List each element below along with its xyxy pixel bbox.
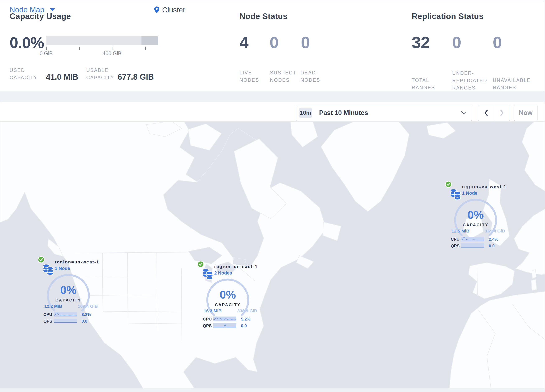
- under-replicated-ranges-label: UNDER-REPLICATED RANGES: [452, 70, 487, 92]
- region-node-count[interactable]: 2 Nodes: [214, 270, 258, 276]
- used-capacity-value: 41.0 MiB: [46, 73, 78, 81]
- qps-value: 0.0: [241, 324, 247, 328]
- view-selector-node-map[interactable]: Node Map: [10, 0, 55, 19]
- capacity-bar: [46, 36, 158, 45]
- capacity-percent: 0%: [205, 288, 251, 301]
- dead-nodes-label: DEAD NODES: [301, 69, 326, 84]
- suspect-nodes-label: SUSPECT NODES: [270, 69, 297, 84]
- region-marker-us-west-1[interactable]: region=us-west-1 1 Node 0% CAPACITY 12.2…: [38, 256, 100, 325]
- under-replicated-ranges-count: 0: [452, 34, 461, 51]
- region-node-count[interactable]: 1 Node: [55, 266, 99, 271]
- world-map[interactable]: [0, 122, 545, 388]
- time-range-label: Past 10 Minutes: [319, 109, 368, 117]
- qps-label: QPS: [199, 324, 212, 328]
- qps-value: 0.0: [489, 243, 495, 248]
- qps-label: QPS: [446, 243, 459, 248]
- suspect-nodes-count: 0: [270, 34, 279, 51]
- capacity-label: CAPACITY: [453, 223, 499, 227]
- qps-row: QPS 0.0: [446, 243, 507, 249]
- replication-status-title: Replication Status: [412, 12, 483, 21]
- cpu-sparkline: [461, 237, 484, 242]
- healthy-check-icon: [38, 256, 45, 263]
- capacity-axis-tick: [112, 47, 112, 50]
- unavailable-ranges-label: UNAVAILABLE RANGES: [493, 77, 531, 91]
- capacity-axis-tick: [145, 47, 146, 50]
- capacity-percent: 0%: [453, 208, 499, 221]
- view-selector-label: Node Map: [10, 6, 44, 14]
- capacity-axis-label-400: 400 GiB: [95, 50, 129, 56]
- healthy-check-icon: [197, 261, 204, 268]
- capacity-label: CAPACITY: [205, 303, 251, 307]
- next-time-range-button[interactable]: [494, 105, 510, 121]
- qps-row: QPS 0.0: [39, 319, 100, 324]
- qps-sparkline: [461, 243, 484, 248]
- chevron-down-icon: [50, 8, 55, 11]
- region-name: region=us-west-1: [55, 259, 99, 265]
- location-pin-icon: [154, 6, 160, 13]
- region-name: region=us-east-1: [214, 264, 258, 269]
- node-status-title: Node Status: [240, 12, 288, 21]
- region-node-count[interactable]: 1 Node: [462, 190, 507, 196]
- cpu-label: CPU: [446, 237, 459, 242]
- time-range-badge: 10m: [299, 108, 312, 118]
- capacity-axis-label-0: 0 GiB: [30, 50, 63, 56]
- breadcrumb[interactable]: Cluster: [154, 0, 185, 19]
- usable-capacity-label: USABLE CAPACITY: [86, 67, 117, 81]
- cluster-summary-bar: Capacity Usage 0.0% 0 GiB 400 GiB USED C…: [0, 0, 545, 91]
- node-map-page: Capacity Usage 0.0% 0 GiB 400 GiB USED C…: [0, 0, 545, 392]
- cpu-sparkline: [213, 317, 236, 321]
- cpu-row: CPU 5.2%: [199, 317, 259, 322]
- live-nodes-label: LIVE NODES: [240, 69, 263, 84]
- cpu-sparkline: [54, 312, 77, 317]
- capacity-percent: 0%: [45, 284, 91, 296]
- used-capacity: 12.2 MiB: [44, 304, 62, 309]
- total-ranges-count: 32: [412, 34, 430, 51]
- region-name: region=eu-west-1: [462, 184, 507, 189]
- cpu-label: CPU: [39, 312, 52, 317]
- total-capacity: 169.4 GiB: [485, 229, 505, 234]
- used-capacity: 16.3 MiB: [204, 308, 222, 313]
- total-ranges-label: TOTAL RANGES: [412, 77, 435, 91]
- qps-label: QPS: [39, 319, 52, 324]
- capacity-bar-reserved-segment: [142, 36, 158, 45]
- region-marker-us-east-1[interactable]: region=us-east-1 2 Nodes 0% CAPACITY 16.…: [197, 261, 260, 330]
- cpu-label: CPU: [199, 317, 212, 322]
- chevron-right-icon: [500, 110, 504, 116]
- qps-sparkline: [54, 319, 77, 324]
- usable-capacity-value: 677.8 GiB: [118, 73, 154, 81]
- qps-row: QPS 0.0: [199, 324, 259, 329]
- dead-nodes-count: 0: [301, 34, 310, 51]
- used-capacity-label: USED CAPACITY: [10, 67, 38, 81]
- capacity-label: CAPACITY: [45, 298, 91, 303]
- qps-sparkline: [213, 323, 236, 328]
- total-capacity: 338.9 GiB: [237, 308, 257, 313]
- region-marker-eu-west-1[interactable]: region=eu-west-1 1 Node 0% CAPACITY 12.5…: [445, 181, 508, 250]
- capacity-axis-tick: [79, 47, 80, 50]
- healthy-check-icon: [445, 181, 452, 188]
- total-capacity: 169.4 GiB: [78, 304, 98, 309]
- time-range-select[interactable]: 10m Past 10 Minutes: [296, 105, 472, 121]
- capacity-used-percent: 0.0%: [10, 34, 44, 52]
- used-capacity: 12.5 MiB: [452, 229, 469, 234]
- chevron-left-icon: [484, 110, 488, 116]
- now-button[interactable]: Now: [514, 105, 538, 121]
- cpu-value: 3.2%: [81, 312, 91, 317]
- cpu-row: CPU 2.4%: [446, 237, 507, 242]
- breadcrumb-cluster-label: Cluster: [162, 6, 185, 14]
- time-range-pager: [478, 105, 510, 121]
- previous-time-range-button[interactable]: [478, 105, 494, 121]
- qps-value: 0.0: [81, 319, 87, 324]
- capacity-axis-tick: [46, 47, 47, 50]
- unavailable-ranges-count: 0: [493, 34, 502, 51]
- cpu-value: 5.2%: [241, 317, 251, 322]
- cpu-value: 2.4%: [489, 237, 498, 242]
- cpu-row: CPU 3.2%: [39, 312, 100, 317]
- chevron-down-icon: [461, 111, 466, 115]
- live-nodes-count: 4: [240, 34, 248, 51]
